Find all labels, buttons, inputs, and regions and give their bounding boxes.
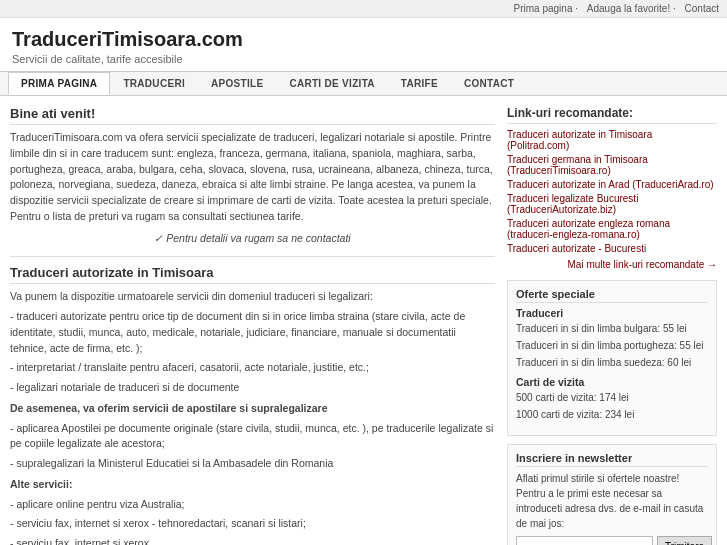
nav-carti[interactable]: CARTI DE VIZITA (276, 72, 387, 95)
newsletter-title: Inscriere in newsletter (516, 452, 708, 467)
site-header: TraduceriTimisoara.com Servicii de calit… (0, 18, 727, 71)
oferte-carti-1: 1000 carti de vizita: 234 lei (516, 407, 708, 422)
contact-link[interactable]: Contact (685, 3, 719, 14)
newsletter-body: Aflati primul stirile si ofertele noastr… (516, 471, 708, 531)
list-item: Traduceri germana in Timisoara (Traducer… (507, 154, 717, 176)
link-4[interactable]: Traduceri autorizate engleza romana (tra… (507, 218, 717, 240)
timisoara-section: Traduceri autorizate in Timisoara Va pun… (10, 265, 495, 545)
newsletter-email-input[interactable] (516, 536, 653, 545)
list-item: Traduceri autorizate in Timisoara (Polit… (507, 129, 717, 151)
timisoara-other-0: - aplicare online pentru viza Australia; (10, 497, 495, 513)
link-2[interactable]: Traduceri autorizate in Arad (TraduceriA… (507, 179, 717, 190)
list-item: Traduceri autorizate - Bucuresti (507, 243, 717, 254)
site-subtitle: Servicii de calitate, tarife accesibile (12, 53, 715, 65)
oferte-traduceri-2: Traduceri in si din limba suedeza: 60 le… (516, 355, 708, 370)
link-0[interactable]: Traduceri autorizate in Timisoara (Polit… (507, 129, 717, 151)
list-item: Traduceri autorizate engleza romana (tra… (507, 218, 717, 240)
link-5[interactable]: Traduceri autorizate - Bucuresti (507, 243, 717, 254)
link-3[interactable]: Traduceri legalizate Bucuresti (Traducer… (507, 193, 717, 215)
timisoara-service-0: - traduceri autorizate pentru orice tip … (10, 309, 495, 356)
list-item: Traduceri autorizate in Arad (TraduceriA… (507, 179, 717, 190)
timisoara-also-1: - supralegalizari la Ministerul Educatie… (10, 456, 495, 472)
links-section: Link-uri recomandate: Traduceri autoriza… (507, 106, 717, 270)
contact-note: ✓ Pentru detalii va rugam sa ne contacta… (10, 231, 495, 247)
timisoara-other-title: Alte servicii: (10, 477, 495, 493)
topbar: Prima pagina · Adauga la favorite! · Con… (0, 0, 727, 18)
timisoara-also-title: De asemenea, va oferim servicii de apost… (10, 401, 495, 417)
welcome-body: TraduceriTimisoara.com va ofera servicii… (10, 130, 495, 225)
left-column: Bine ati venit! TraduceriTimisoara.com v… (10, 106, 495, 545)
oferte-traduceri: Traduceri Traduceri in si din limba bulg… (516, 307, 708, 370)
oferte-section: Oferte speciale Traduceri Traduceri in s… (507, 280, 717, 436)
timisoara-service-2: - legalizari notariale de traduceri si d… (10, 380, 495, 396)
nav-home[interactable]: PRIMA PAGINA (8, 72, 110, 95)
timisoara-service-1: - interpretariat / translaite pentru afa… (10, 360, 495, 376)
welcome-section: Bine ati venit! TraduceriTimisoara.com v… (10, 106, 495, 246)
oferte-traduceri-1: Traduceri in si din limba portugheza: 55… (516, 338, 708, 353)
oferte-carti-title: Carti de vizita (516, 376, 708, 388)
links-list: Traduceri autorizate in Timisoara (Polit… (507, 129, 717, 254)
oferte-traduceri-title: Traduceri (516, 307, 708, 319)
newsletter-form: Trimitere (516, 536, 708, 545)
favorites-link[interactable]: Adauga la favorite! (587, 3, 670, 14)
timisoara-other-2: - serviciu fax, internet si xerox. (10, 536, 495, 545)
timisoara-title: Traduceri autorizate in Timisoara (10, 265, 495, 284)
main-content: Bine ati venit! TraduceriTimisoara.com v… (0, 96, 727, 545)
oferte-carti-0: 500 carti de vizita: 174 lei (516, 390, 708, 405)
site-title: TraduceriTimisoara.com (12, 28, 715, 51)
nav-contact[interactable]: CONTACT (451, 72, 527, 95)
oferte-carti: Carti de vizita 500 carti de vizita: 174… (516, 376, 708, 422)
nav-traduceri[interactable]: TRADUCERI (110, 72, 198, 95)
links-title: Link-uri recomandate: (507, 106, 717, 124)
list-item: Traduceri legalizate Bucuresti (Traducer… (507, 193, 717, 215)
link-1[interactable]: Traduceri germana in Timisoara (Traducer… (507, 154, 717, 176)
home-link[interactable]: Prima pagina (514, 3, 573, 14)
nav-apostile[interactable]: APOSTILE (198, 72, 276, 95)
timisoara-other-1: - serviciu fax, internet si xerox - tehn… (10, 516, 495, 532)
main-nav: PRIMA PAGINA TRADUCERI APOSTILE CARTI DE… (0, 71, 727, 96)
timisoara-also-0: - aplicarea Apostilei pe documente origi… (10, 421, 495, 453)
more-links[interactable]: Mai multe link-uri recomandate → (507, 259, 717, 270)
timisoara-intro: Va punem la dispozitie urmatoarele servi… (10, 289, 495, 305)
oferte-traduceri-0: Traduceri in si din limba bulgara: 55 le… (516, 321, 708, 336)
newsletter-section: Inscriere in newsletter Aflati primul st… (507, 444, 717, 545)
nav-tarife[interactable]: TARIFE (388, 72, 451, 95)
welcome-title: Bine ati venit! (10, 106, 495, 125)
oferte-title: Oferte speciale (516, 288, 708, 303)
right-column: Link-uri recomandate: Traduceri autoriza… (507, 106, 717, 545)
newsletter-submit-button[interactable]: Trimitere (657, 536, 712, 545)
